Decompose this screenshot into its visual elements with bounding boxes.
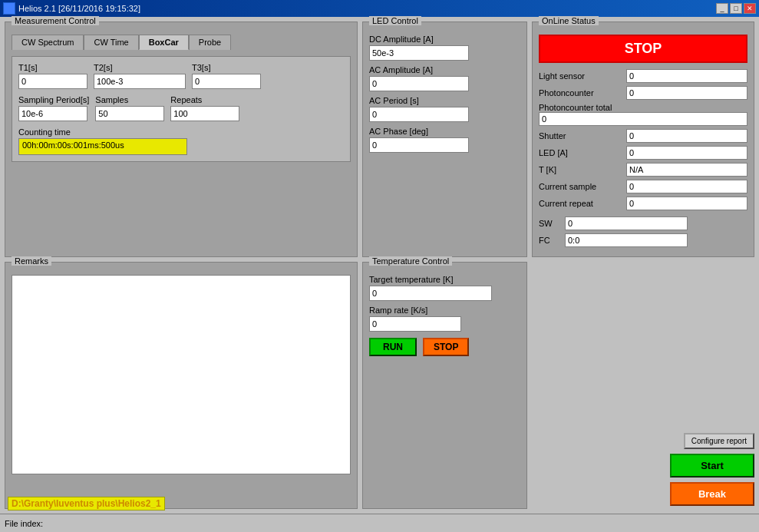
temperature-control-title: Temperature Control (369, 256, 452, 266)
tab-cw-time[interactable]: CW Time (84, 35, 138, 50)
ac-amplitude-label: AC Amplitude [A] (369, 65, 520, 74)
ramp-rate-label: Ramp rate [K/s] (369, 306, 520, 315)
repeats-label: Repeats (170, 95, 239, 104)
dc-amplitude-field: DC Amplitude [A] (369, 35, 520, 61)
ac-amplitude-input[interactable] (369, 76, 469, 91)
remarks-title: Remarks (12, 256, 51, 266)
counting-time-field: Counting time 00h:00m:00s:001ms:500us (18, 127, 344, 155)
measurement-control-title: Measurement Control (12, 16, 99, 25)
sampling-period-label: Sampling Period[s] (18, 95, 89, 104)
t1-input[interactable] (18, 74, 87, 89)
ac-period-input[interactable] (369, 107, 469, 122)
ramp-rate-field: Ramp rate [K/s] (369, 306, 520, 332)
start-button[interactable]: Start (670, 454, 754, 477)
file-path: D:\Granty\Iuventus plus\Helios2_1 (8, 497, 165, 511)
temperature-value[interactable] (626, 163, 747, 177)
shutter-row: Shutter (539, 129, 747, 143)
t2-input[interactable] (94, 74, 186, 89)
tab-boxcar[interactable]: BoxCar (139, 35, 189, 50)
bottom-right-area: Configure report Start Break (532, 262, 754, 509)
maximize-button[interactable]: □ (730, 3, 742, 14)
shutter-label: Shutter (539, 131, 623, 140)
led-label: LED [A] (539, 148, 623, 157)
current-repeat-value[interactable] (626, 197, 747, 210)
dc-amplitude-label: DC Amplitude [A] (369, 35, 520, 44)
window-controls: _ □ ✕ (716, 3, 756, 14)
temperature-row: T [K] (539, 163, 747, 177)
temperature-control-group: Temperature Control Target temperature [… (362, 262, 527, 509)
led-row: LED [A] (539, 146, 747, 160)
stop-button[interactable]: STOP (423, 338, 469, 356)
led-value[interactable] (626, 146, 747, 160)
sw-row: SW (539, 216, 747, 230)
online-status-group: OnLine Status STOP Light sensor Photonco… (532, 21, 754, 257)
t1-field: T1[s] (18, 63, 87, 89)
ac-period-label: AC Period [s] (369, 96, 520, 105)
counting-time-value: 00h:00m:00s:001ms:500us (18, 138, 187, 155)
remarks-textarea[interactable] (12, 275, 351, 474)
file-index-label: File index: (5, 519, 43, 528)
photocounter-total-value[interactable] (539, 112, 747, 126)
ac-phase-field: AC Phase [deg] (369, 127, 520, 153)
temperature-label: T [K] (539, 165, 623, 174)
t3-field: T3[s] (192, 63, 261, 89)
photocounter-label: Photoncounter (539, 88, 623, 97)
minimize-button[interactable]: _ (716, 3, 728, 14)
sampling-period-input[interactable] (18, 106, 87, 121)
status-bar: File index: (0, 514, 759, 532)
run-stop-buttons: RUN STOP (369, 338, 520, 356)
samples-label: Samples (95, 95, 164, 104)
fc-label: FC (539, 236, 562, 245)
current-sample-row: Current sample (539, 180, 747, 193)
current-repeat-label: Current repeat (539, 199, 623, 208)
t2-field: T2[s] (94, 63, 186, 89)
target-temp-label: Target temperature [K] (369, 275, 520, 284)
samples-field: Samples (95, 95, 164, 121)
counting-time-label: Counting time (18, 127, 344, 137)
photocounter-total-label: Photoncounter total (539, 103, 747, 112)
repeats-field: Repeats (170, 95, 239, 121)
t3-input[interactable] (192, 74, 261, 89)
configure-report-button[interactable]: Configure report (684, 433, 754, 449)
light-sensor-value[interactable] (626, 69, 747, 83)
stop-indicator: STOP (539, 35, 747, 63)
ramp-rate-input[interactable] (369, 316, 461, 332)
led-control-title: LED Control (369, 16, 421, 25)
photocounter-row: Photoncounter (539, 86, 747, 100)
t1-label: T1[s] (18, 63, 87, 72)
current-sample-value[interactable] (626, 180, 747, 193)
ac-period-field: AC Period [s] (369, 96, 520, 122)
tab-probe[interactable]: Probe (189, 35, 231, 50)
tab-cw-spectrum[interactable]: CW Spectrum (12, 35, 84, 50)
sampling-period-field: Sampling Period[s] (18, 95, 89, 121)
photocounter-value[interactable] (626, 86, 747, 100)
tab-panel-boxcar: T1[s] T2[s] T3[s] Sampling Period[s] (12, 56, 351, 162)
close-button[interactable]: ✕ (744, 3, 756, 14)
ac-phase-input[interactable] (369, 137, 469, 153)
fc-value[interactable] (565, 233, 688, 247)
current-repeat-row: Current repeat (539, 197, 747, 210)
dc-amplitude-input[interactable] (369, 45, 469, 61)
sw-label: SW (539, 219, 562, 228)
title-bar: Helios 2.1 [26/11/2016 19:15:32] _ □ ✕ (0, 0, 759, 17)
shutter-value[interactable] (626, 129, 747, 143)
target-temp-input[interactable] (369, 286, 492, 301)
window-title: Helios 2.1 [26/11/2016 19:15:32] (18, 4, 140, 13)
current-sample-label: Current sample (539, 182, 623, 191)
measurement-control-group: Measurement Control CW Spectrum CW Time … (5, 21, 358, 257)
run-button[interactable]: RUN (369, 338, 417, 356)
repeats-input[interactable] (170, 106, 239, 121)
t2-label: T2[s] (94, 63, 186, 72)
sw-value[interactable] (565, 216, 688, 230)
target-temp-field: Target temperature [K] (369, 275, 520, 301)
photocounter-total-row: Photoncounter total (539, 103, 747, 126)
samples-input[interactable] (95, 106, 164, 121)
ac-amplitude-field: AC Amplitude [A] (369, 65, 520, 91)
app-icon (3, 2, 15, 15)
light-sensor-label: Light sensor (539, 71, 623, 81)
tab-bar: CW Spectrum CW Time BoxCar Probe (12, 35, 351, 50)
led-control-group: LED Control DC Amplitude [A] AC Amplitud… (362, 21, 527, 257)
online-status-title: OnLine Status (539, 16, 599, 25)
ac-phase-label: AC Phase [deg] (369, 127, 520, 136)
break-button[interactable]: Break (670, 482, 754, 506)
